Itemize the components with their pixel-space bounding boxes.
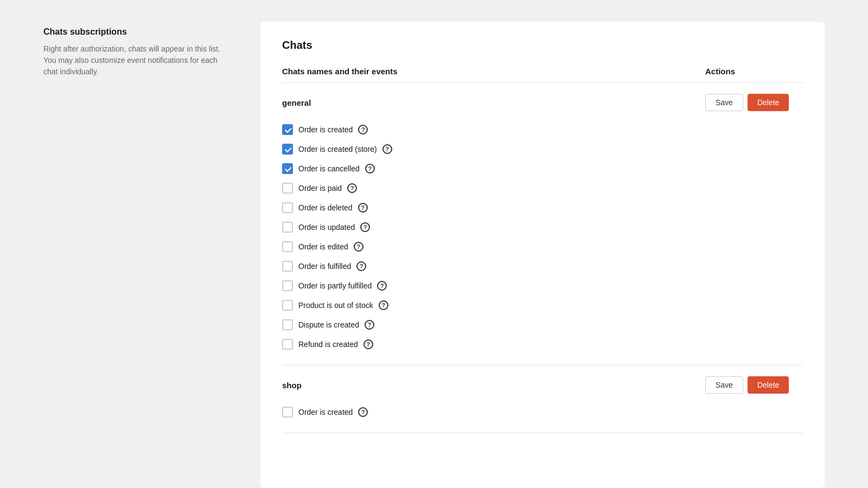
checkbox-order_partly_fulfilled[interactable] [282,280,293,291]
help-icon-dispute_created[interactable]: ? [365,320,374,330]
save-button-general[interactable]: Save [705,94,743,111]
list-item: Order is created (store)? [282,139,803,159]
list-item: Refund is created? [282,335,803,354]
sidebar: Chats subscriptions Right after authoriz… [43,22,228,488]
checkbox-order_edited[interactable] [282,241,293,252]
list-item: Order is created? [282,120,803,139]
checkbox-order_updated[interactable] [282,222,293,233]
checkbox-product_out_of_stock[interactable] [282,300,293,311]
event-label-refund_created: Refund is created [298,340,358,349]
chat-section-general: generalSaveDeleteOrder is created?Order … [282,83,803,365]
help-icon-shop_order_created[interactable]: ? [358,407,368,417]
checkbox-shop_order_created[interactable] [282,407,293,418]
checkbox-order_paid[interactable] [282,183,293,194]
checkbox-dispute_created[interactable] [282,319,293,330]
chat-name-general: general [282,98,311,107]
table-header: Chats names and their events Actions [282,67,803,83]
page-title: Chats [282,39,803,52]
help-icon-refund_created[interactable]: ? [363,339,373,349]
help-icon-order_fulfilled[interactable]: ? [356,261,366,271]
help-icon-product_out_of_stock[interactable]: ? [379,300,388,310]
event-label-shop_order_created: Order is created [298,408,353,416]
checkbox-refund_created[interactable] [282,339,293,350]
list-item: Order is updated? [282,217,803,237]
chat-name-shop: shop [282,381,302,390]
help-icon-order_deleted[interactable]: ? [358,203,368,213]
event-label-order_cancelled: Order is cancelled [298,164,360,173]
checkbox-order_cancelled[interactable] [282,163,293,174]
chat-section-header-general: generalSaveDelete [282,94,803,111]
column-actions-header: Actions [705,67,803,76]
event-label-order_paid: Order is paid [298,184,342,192]
help-icon-order_created_store[interactable]: ? [382,144,392,154]
delete-button-general[interactable]: Delete [748,94,789,111]
main-panel: Chats Chats names and their events Actio… [260,22,825,488]
event-label-order_partly_fulfilled: Order is partly fulfilled [298,281,372,290]
column-events-header: Chats names and their events [282,67,398,76]
sidebar-description: Right after authorization, chats will ap… [43,43,228,78]
save-button-shop[interactable]: Save [705,376,743,394]
list-item: Order is fulfilled? [282,256,803,276]
list-item: Product is out of stock? [282,296,803,315]
event-label-order_updated: Order is updated [298,223,355,232]
list-item: Order is cancelled? [282,159,803,178]
help-icon-order_partly_fulfilled[interactable]: ? [377,281,387,291]
delete-button-shop[interactable]: Delete [748,376,789,394]
event-label-order_deleted: Order is deleted [298,203,353,212]
event-label-order_edited: Order is edited [298,242,348,251]
event-label-order_fulfilled: Order is fulfilled [298,262,351,271]
list-item: Dispute is created? [282,315,803,335]
event-list-general: Order is created?Order is created (store… [282,120,803,354]
list-item: Order is paid? [282,178,803,198]
list-item: Order is edited? [282,237,803,256]
help-icon-order_paid[interactable]: ? [347,183,357,193]
btn-group-general: SaveDelete [705,94,803,111]
event-label-dispute_created: Dispute is created [298,320,359,329]
event-label-product_out_of_stock: Product is out of stock [298,301,373,310]
help-icon-order_edited[interactable]: ? [354,242,363,252]
list-item: Order is deleted? [282,198,803,217]
help-icon-order_created[interactable]: ? [358,125,368,134]
checkbox-order_created_store[interactable] [282,144,293,155]
list-item: Order is created? [282,402,803,422]
event-list-shop: Order is created? [282,402,803,422]
sidebar-title: Chats subscriptions [43,27,228,37]
checkbox-order_created[interactable] [282,124,293,135]
event-label-order_created: Order is created [298,125,353,134]
help-icon-order_cancelled[interactable]: ? [365,164,375,174]
chat-section-shop: shopSaveDeleteOrder is created? [282,365,803,433]
list-item: Order is partly fulfilled? [282,276,803,296]
event-label-order_created_store: Order is created (store) [298,145,377,153]
chat-section-header-shop: shopSaveDelete [282,376,803,394]
help-icon-order_updated[interactable]: ? [360,222,370,232]
checkbox-order_fulfilled[interactable] [282,261,293,272]
checkbox-order_deleted[interactable] [282,202,293,213]
btn-group-shop: SaveDelete [705,376,803,394]
sections-container: generalSaveDeleteOrder is created?Order … [282,83,803,433]
